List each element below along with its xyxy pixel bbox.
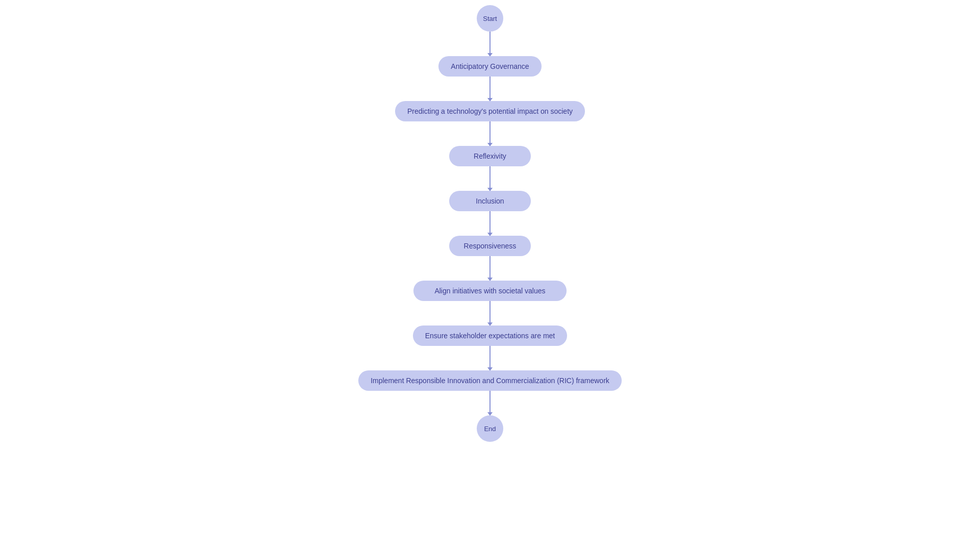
connector-5 <box>489 256 491 281</box>
node-align: Align initiatives with societal values <box>413 281 567 301</box>
node-end: End <box>477 415 503 442</box>
node-implement: Implement Responsible Innovation and Com… <box>358 370 622 391</box>
node-responsiveness: Responsiveness <box>449 236 531 256</box>
node-anticipatory-governance: Anticipatory Governance <box>438 56 541 77</box>
node-ensure: Ensure stakeholder expectations are met <box>413 325 567 346</box>
connector-8 <box>489 391 491 415</box>
node-reflexivity: Reflexivity <box>449 146 531 166</box>
node-predicting: Predicting a technology's potential impa… <box>395 101 585 121</box>
flow-wrapper: Start Anticipatory Governance Predicting… <box>358 5 622 442</box>
connector-1 <box>489 77 491 101</box>
connector-3 <box>489 166 491 191</box>
connector-0 <box>489 32 491 56</box>
node-inclusion: Inclusion <box>449 191 531 211</box>
connector-6 <box>489 301 491 325</box>
connector-7 <box>489 346 491 370</box>
diagram-container: Start Anticipatory Governance Predicting… <box>0 0 980 551</box>
node-start: Start <box>477 5 503 32</box>
connector-2 <box>489 121 491 146</box>
connector-4 <box>489 211 491 236</box>
